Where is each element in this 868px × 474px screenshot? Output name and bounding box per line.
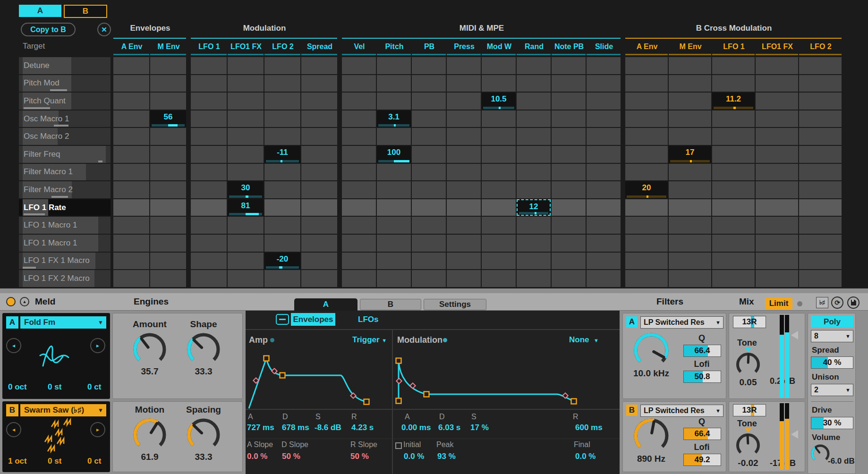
matrix-cell[interactable] <box>587 93 621 110</box>
matrix-cell[interactable] <box>517 75 551 92</box>
matrix-cell[interactable] <box>150 181 186 198</box>
matrix-cell[interactable] <box>625 93 668 110</box>
matrix-cell[interactable] <box>412 75 446 92</box>
sync-icon[interactable]: ⟳ <box>831 296 843 309</box>
matrix-cell[interactable] <box>191 217 227 234</box>
matrix-cell[interactable] <box>412 181 446 198</box>
matrix-cell[interactable] <box>301 270 337 287</box>
matrix-cell[interactable] <box>482 146 516 163</box>
matrix-cell[interactable] <box>150 235 186 252</box>
matrix-cell[interactable]: -20 <box>264 253 300 270</box>
mix-a-meter-marker[interactable] <box>791 331 798 339</box>
matrix-cell[interactable] <box>301 128 337 145</box>
amp-r-slope-value[interactable]: 50 % <box>350 452 369 461</box>
matrix-cell[interactable] <box>412 164 446 181</box>
matrix-cell[interactable] <box>301 110 337 127</box>
matrix-cell[interactable] <box>150 253 186 270</box>
matrix-cell[interactable] <box>113 93 149 110</box>
engine-b-cents[interactable]: 0 ct <box>87 457 101 466</box>
copy-to-b-button[interactable]: Copy to B <box>21 23 76 36</box>
matrix-cell[interactable]: 10.5 <box>482 93 516 110</box>
filter-a-q-slider[interactable]: 66.4 <box>683 345 721 357</box>
mix-b-tone-knob[interactable]: -0.02 <box>732 428 764 468</box>
matrix-cell[interactable] <box>447 164 481 181</box>
matrix-cell[interactable] <box>264 217 300 234</box>
matrix-cell[interactable] <box>756 164 798 181</box>
matrix-cell[interactable] <box>625 164 668 181</box>
matrix-cell[interactable] <box>342 270 376 287</box>
matrix-cell[interactable] <box>552 93 586 110</box>
matrix-cell[interactable] <box>517 110 551 127</box>
matrix-cell[interactable] <box>412 199 446 216</box>
tab-b[interactable]: B <box>360 299 421 310</box>
knob-value[interactable]: 35.7 <box>127 366 172 377</box>
engine-b-octave[interactable]: 1 oct <box>8 457 27 466</box>
matrix-cell[interactable] <box>264 199 300 216</box>
filter-a-freq-knob[interactable]: 10.0 kHz <box>629 332 674 379</box>
matrix-cell[interactable] <box>412 128 446 145</box>
matrix-column-header[interactable]: M Env <box>669 42 712 53</box>
matrix-cell[interactable] <box>587 235 621 252</box>
engine-a-selector[interactable]: Fold Fm ▼ <box>20 316 106 329</box>
matrix-row-label[interactable]: Pitch Mod <box>19 75 111 92</box>
matrix-cell[interactable] <box>113 199 149 216</box>
matrix-cell[interactable] <box>756 199 798 216</box>
matrix-cell[interactable] <box>552 164 586 181</box>
matrix-cell[interactable] <box>712 181 755 198</box>
mix-b-pan[interactable]: 13R <box>733 404 766 416</box>
matrix-row-label[interactable]: Osc Macro 1 <box>19 110 111 127</box>
amp-release-value[interactable]: 4.23 s <box>351 423 374 432</box>
engine-a-next-button[interactable]: ▸ <box>90 338 105 353</box>
filter-a-lofi-slider[interactable]: 50.8 <box>683 371 721 383</box>
matrix-cell[interactable] <box>552 199 586 216</box>
matrix-cell[interactable] <box>301 57 337 74</box>
matrix-cell[interactable] <box>264 164 300 181</box>
matrix-cell[interactable] <box>377 217 411 234</box>
matrix-cell[interactable] <box>669 128 711 145</box>
matrix-cell[interactable] <box>712 270 755 287</box>
matrix-cell[interactable] <box>756 253 798 270</box>
matrix-row-label[interactable]: LFO 1 Rate <box>19 199 111 216</box>
matrix-cell[interactable] <box>264 57 300 74</box>
spacing-knob[interactable]: Spacing33.3 <box>181 405 226 462</box>
matrix-cell[interactable] <box>150 128 186 145</box>
matrix-cell[interactable] <box>799 128 842 145</box>
knob-value[interactable]: 0.05 <box>732 377 764 388</box>
amp-sustain-value[interactable]: -8.6 dB <box>315 423 341 432</box>
matrix-cell[interactable] <box>228 110 264 127</box>
matrix-cell[interactable] <box>756 93 798 110</box>
matrix-column-header[interactable]: Press <box>447 42 482 53</box>
matrix-cell[interactable] <box>412 93 446 110</box>
matrix-cell[interactable] <box>482 75 516 92</box>
matrix-cell[interactable] <box>552 146 586 163</box>
matrix-tab-b[interactable]: B <box>64 5 107 18</box>
matrix-cell[interactable] <box>669 235 711 252</box>
matrix-cell[interactable] <box>712 110 755 127</box>
matrix-cell[interactable] <box>342 93 376 110</box>
matrix-tab-a[interactable]: A <box>19 5 61 17</box>
matrix-cell[interactable] <box>191 199 227 216</box>
matrix-cell[interactable] <box>228 270 264 287</box>
knob-dial[interactable] <box>735 432 761 458</box>
matrix-cell[interactable] <box>412 217 446 234</box>
matrix-cell[interactable]: 56 <box>150 110 186 127</box>
matrix-cell[interactable] <box>113 217 149 234</box>
engine-a-octave[interactable]: 0 oct <box>8 382 27 392</box>
matrix-cell[interactable] <box>412 270 446 287</box>
matrix-cell[interactable] <box>712 128 755 145</box>
matrix-row-label[interactable]: LFO 1 Macro 1 <box>19 235 111 252</box>
matrix-cell[interactable] <box>756 217 798 234</box>
matrix-cell[interactable] <box>191 93 227 110</box>
matrix-cell[interactable] <box>587 128 621 145</box>
matrix-cell[interactable] <box>799 181 842 198</box>
matrix-cell[interactable]: 30 <box>228 181 264 198</box>
matrix-cell[interactable] <box>342 75 376 92</box>
mod-attack-value[interactable]: 0.00 ms <box>401 423 431 432</box>
matrix-cell[interactable] <box>264 181 300 198</box>
matrix-cell[interactable] <box>799 146 842 163</box>
matrix-cell[interactable] <box>342 128 376 145</box>
mix-b-meter-marker[interactable] <box>791 430 798 439</box>
matrix-cell[interactable] <box>756 110 798 127</box>
matrix-cell[interactable] <box>482 270 516 287</box>
matrix-cell[interactable] <box>517 164 551 181</box>
